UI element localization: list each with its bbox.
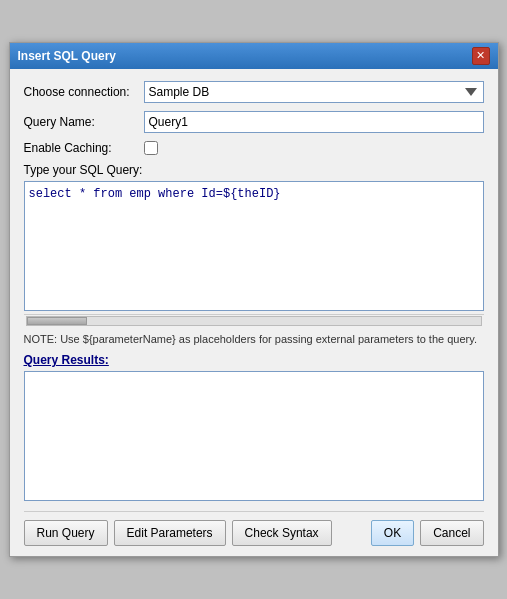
- horizontal-scrollbar[interactable]: [24, 314, 484, 328]
- dialog-title: Insert SQL Query: [18, 49, 116, 63]
- query-results-label: Query Results:: [24, 353, 484, 367]
- run-query-button[interactable]: Run Query: [24, 520, 108, 546]
- left-buttons: Run Query Edit Parameters Check Syntax: [24, 520, 332, 546]
- connection-label: Choose connection:: [24, 85, 144, 99]
- check-syntax-button[interactable]: Check Syntax: [232, 520, 332, 546]
- caching-checkbox[interactable]: [144, 141, 158, 155]
- dialog-body: Choose connection: Sample DB Query Name:…: [10, 69, 498, 556]
- note-text: NOTE: Use ${parameterName} as placeholde…: [24, 332, 484, 347]
- scrollbar-track: [26, 316, 482, 326]
- edit-parameters-button[interactable]: Edit Parameters: [114, 520, 226, 546]
- query-name-input[interactable]: [144, 111, 484, 133]
- sql-editor-wrapper: select * from emp where Id=${theID}: [24, 181, 484, 328]
- scrollbar-thumb: [27, 317, 87, 325]
- connection-wrap: Sample DB: [144, 81, 484, 103]
- insert-sql-dialog: Insert SQL Query ✕ Choose connection: Sa…: [9, 42, 499, 557]
- close-button[interactable]: ✕: [472, 47, 490, 65]
- query-name-wrap: [144, 111, 484, 133]
- sql-query-section-label: Type your SQL Query:: [24, 163, 484, 177]
- caching-row: Enable Caching:: [24, 141, 484, 155]
- sql-editor[interactable]: select * from emp where Id=${theID}: [24, 181, 484, 311]
- right-buttons: OK Cancel: [371, 520, 484, 546]
- button-row: Run Query Edit Parameters Check Syntax O…: [24, 511, 484, 546]
- query-results-area: [24, 371, 484, 501]
- ok-button[interactable]: OK: [371, 520, 414, 546]
- query-name-row: Query Name:: [24, 111, 484, 133]
- caching-label: Enable Caching:: [24, 141, 144, 155]
- title-bar: Insert SQL Query ✕: [10, 43, 498, 69]
- cancel-button[interactable]: Cancel: [420, 520, 483, 546]
- query-name-label: Query Name:: [24, 115, 144, 129]
- connection-dropdown[interactable]: Sample DB: [144, 81, 484, 103]
- connection-row: Choose connection: Sample DB: [24, 81, 484, 103]
